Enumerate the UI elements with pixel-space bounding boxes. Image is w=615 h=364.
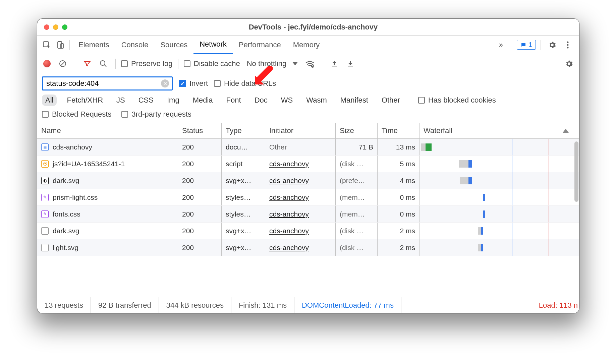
type-filter-doc[interactable]: Doc xyxy=(251,95,271,106)
col-initiator[interactable]: Initiator xyxy=(265,123,336,138)
device-toolbar-icon[interactable] xyxy=(53,38,67,52)
separator xyxy=(178,59,178,69)
tab-sources[interactable]: Sources xyxy=(154,36,193,54)
type-filter-fetchxhr[interactable]: Fetch/XHR xyxy=(63,95,106,106)
invert-checkbox[interactable]: ✓ Invert xyxy=(179,79,208,88)
cell-status: 200 xyxy=(178,189,222,205)
type-filter-all[interactable]: All xyxy=(42,95,57,106)
cell-status: 200 xyxy=(178,172,222,189)
network-settings-icon[interactable] xyxy=(562,57,576,70)
checkbox-checked-icon: ✓ xyxy=(179,80,186,87)
table-row[interactable]: ⦿js?id=UA-165345241-1200scriptcds-anchov… xyxy=(37,156,579,172)
col-waterfall[interactable]: Waterfall xyxy=(420,123,573,138)
col-type[interactable]: Type xyxy=(222,123,265,138)
search-icon[interactable] xyxy=(97,57,110,70)
status-bar: 13 requests 92 B transferred 344 kB reso… xyxy=(37,297,579,313)
row-gutter xyxy=(573,206,579,222)
cell-time: 2 ms xyxy=(378,223,420,239)
tab-performance[interactable]: Performance xyxy=(233,36,287,54)
filter-icon[interactable] xyxy=(80,57,94,70)
clear-input-icon[interactable]: ✕ xyxy=(161,79,169,87)
third-party-checkbox[interactable]: 3rd-party requests xyxy=(121,110,191,119)
cell-initiator[interactable]: cds-anchovy xyxy=(265,239,336,256)
disable-cache-checkbox[interactable]: Disable cache xyxy=(184,59,240,68)
zoom-window-button[interactable] xyxy=(62,24,67,30)
svg-point-5 xyxy=(567,47,569,48)
cell-name: ≣cds-anchovy xyxy=(37,139,178,155)
has-blocked-cookies-checkbox[interactable]: Has blocked cookies xyxy=(418,96,496,105)
inspect-element-icon[interactable] xyxy=(40,38,53,52)
type-filter-img[interactable]: Img xyxy=(164,95,183,106)
filter-input[interactable] xyxy=(46,79,161,88)
cell-time: 0 ms xyxy=(378,189,420,205)
svg-point-3 xyxy=(567,41,569,43)
type-filter-js[interactable]: JS xyxy=(113,95,128,106)
tab-elements[interactable]: Elements xyxy=(72,36,115,54)
status-finish: Finish: 131 ms xyxy=(231,297,294,313)
type-filter-manifest[interactable]: Manifest xyxy=(337,95,372,106)
cell-name: light.svg xyxy=(37,239,178,256)
hide-data-urls-checkbox[interactable]: Hide data URLs xyxy=(214,79,276,88)
col-status[interactable]: Status xyxy=(178,123,222,138)
tab-console[interactable]: Console xyxy=(115,36,155,54)
preserve-log-checkbox[interactable]: Preserve log xyxy=(121,59,173,68)
cell-size: (mem… xyxy=(336,189,378,205)
kebab-menu-icon[interactable] xyxy=(561,38,574,52)
tab-network[interactable]: Network xyxy=(193,36,233,54)
separator xyxy=(115,59,116,69)
table-row[interactable]: ◐dark.svg200svg+x…cds-anchovy(prefe…4 ms xyxy=(37,172,579,189)
tab-memory[interactable]: Memory xyxy=(287,36,326,54)
table-row[interactable]: ✎fonts.css200styles…cds-anchovy(mem…0 ms xyxy=(37,206,579,223)
cell-initiator[interactable]: cds-anchovy xyxy=(265,206,336,222)
cell-type: script xyxy=(222,156,265,172)
table-row[interactable]: light.svg200svg+x…cds-anchovy(disk …2 ms xyxy=(37,239,579,256)
cell-initiator[interactable]: cds-anchovy xyxy=(265,223,336,239)
type-filter-other[interactable]: Other xyxy=(378,95,403,106)
throttling-select[interactable]: No throttling xyxy=(247,59,298,68)
cell-type: styles… xyxy=(222,189,265,205)
status-load: Load: 113 n xyxy=(401,297,579,313)
settings-icon[interactable] xyxy=(546,38,559,52)
chevron-down-icon xyxy=(292,62,298,65)
extra-filters: Blocked Requests 3rd-party requests xyxy=(37,108,579,123)
type-filter-wasm[interactable]: Wasm xyxy=(303,95,330,106)
status-dcl: DOMContentLoaded: 77 ms xyxy=(294,297,401,313)
record-button[interactable] xyxy=(43,60,51,67)
titlebar: DevTools - jec.fyi/demo/cds-anchovy xyxy=(37,19,579,36)
cell-initiator[interactable]: cds-anchovy xyxy=(265,172,336,189)
upload-har-icon[interactable] xyxy=(328,57,341,70)
col-name[interactable]: Name xyxy=(37,123,178,138)
more-panels-button[interactable]: » xyxy=(495,36,507,54)
cell-initiator[interactable]: cds-anchovy xyxy=(265,189,336,205)
filter-bar: ✕ ✓ Invert Hide data URLs xyxy=(37,73,579,93)
table-row[interactable]: dark.svg200svg+x…cds-anchovy(disk …2 ms xyxy=(37,223,579,239)
file-type-icon: ◐ xyxy=(41,177,49,184)
type-filter-media[interactable]: Media xyxy=(189,95,216,106)
cell-status: 200 xyxy=(178,156,222,172)
blocked-requests-checkbox[interactable]: Blocked Requests xyxy=(42,110,111,119)
col-time[interactable]: Time xyxy=(378,123,420,138)
clear-icon[interactable] xyxy=(56,57,69,70)
cell-status: 200 xyxy=(178,139,222,155)
table-row[interactable]: ✎prism-light.css200styles…cds-anchovy(me… xyxy=(37,189,579,206)
cell-time: 13 ms xyxy=(378,139,420,155)
traffic-lights xyxy=(37,24,74,30)
type-filter-font[interactable]: Font xyxy=(223,95,244,106)
network-conditions-icon[interactable] xyxy=(303,57,317,70)
type-filter-css[interactable]: CSS xyxy=(135,95,157,106)
cell-type: svg+x… xyxy=(222,172,265,189)
table-row[interactable]: ≣cds-anchovy200docu…Other71 B13 ms xyxy=(37,139,579,156)
status-transferred: 92 B transferred xyxy=(91,297,159,313)
minimize-window-button[interactable] xyxy=(53,24,58,30)
devtools-window: DevTools - jec.fyi/demo/cds-anchovy Elem… xyxy=(37,18,579,313)
cell-time: 5 ms xyxy=(378,156,420,172)
col-size[interactable]: Size xyxy=(336,123,378,138)
cell-status: 200 xyxy=(178,239,222,256)
cell-initiator[interactable]: cds-anchovy xyxy=(265,156,336,172)
type-filter-ws[interactable]: WS xyxy=(278,95,296,106)
table-header: Name Status Type Initiator Size Time Wat… xyxy=(37,123,579,139)
download-har-icon[interactable] xyxy=(344,57,357,70)
scrollbar-thumb[interactable] xyxy=(574,141,578,202)
close-window-button[interactable] xyxy=(44,24,49,30)
issues-badge[interactable]: 1 xyxy=(517,40,536,50)
